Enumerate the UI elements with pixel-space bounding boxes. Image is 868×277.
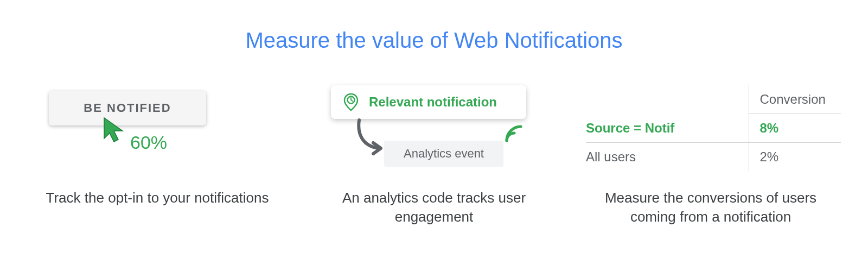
header-empty — [586, 85, 749, 114]
conversion-table: Conversion Source = Notif 8% All users 2… — [586, 85, 841, 171]
source-value: 8% — [749, 114, 841, 143]
be-notified-button[interactable]: BE NOTIFIED — [49, 91, 206, 125]
feed-icon — [505, 124, 523, 143]
location-clock-icon — [343, 93, 359, 111]
table-row-allusers: All users 2% — [586, 143, 841, 172]
caption-conversion: Measure the conversions of users coming … — [591, 188, 830, 226]
col-optin: BE NOTIFIED 60% Track the opt-in to your… — [22, 85, 293, 226]
allusers-value: 2% — [749, 143, 841, 172]
notification-card: Relevant notification — [331, 85, 526, 119]
cursor-icon — [102, 117, 126, 143]
columns: BE NOTIFIED 60% Track the opt-in to your… — [0, 85, 868, 226]
col-conversion: Conversion Source = Notif 8% All users 2… — [575, 85, 846, 226]
source-label: Source = Notif — [586, 114, 749, 143]
header-conversion: Conversion — [749, 85, 841, 114]
illus-analytics: Relevant notification Analytics event — [298, 85, 570, 183]
illus-conversion: Conversion Source = Notif 8% All users 2… — [575, 85, 846, 183]
caption-analytics: An analytics code tracks user engagement — [315, 188, 553, 226]
notification-label: Relevant notification — [369, 95, 497, 110]
optin-percentage: 60% — [130, 132, 167, 153]
table-header-row: Conversion — [586, 85, 841, 114]
page-title: Measure the value of Web Notifications — [0, 28, 868, 53]
caption-optin: Track the opt-in to your notifications — [46, 188, 269, 207]
analytics-event-chip: Analytics event — [384, 141, 503, 167]
be-notified-label: BE NOTIFIED — [84, 101, 171, 115]
col-analytics: Relevant notification Analytics event An… — [298, 85, 570, 226]
table-row-source: Source = Notif 8% — [586, 114, 841, 143]
illus-optin: BE NOTIFIED 60% — [22, 85, 293, 183]
analytics-event-label: Analytics event — [404, 147, 484, 161]
allusers-label: All users — [586, 143, 749, 172]
